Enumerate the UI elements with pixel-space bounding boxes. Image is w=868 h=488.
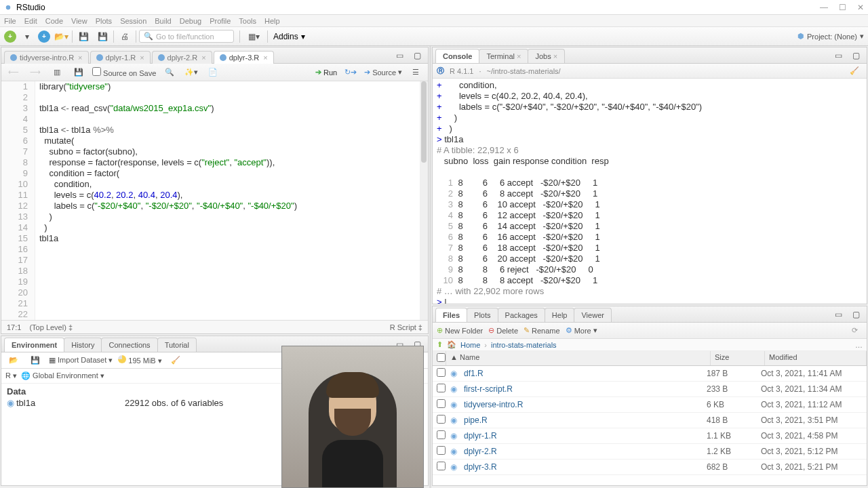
more-path-button[interactable]: … [855,341,863,349]
maximize-pane-icon[interactable]: ▢ [848,307,864,322]
menu-profile[interactable]: Profile [210,17,231,25]
goto-file-input[interactable]: 🔍 Go to file/function [139,30,234,43]
memory-usage[interactable]: 195 MiB ▾ [118,355,161,365]
new-dropdown[interactable]: ▾ [19,29,35,44]
import-dataset-button[interactable]: ▦ Import Dataset ▾ [49,356,113,365]
minimize-pane-icon[interactable]: ▭ [830,307,846,322]
print-button[interactable]: 🖨 [117,29,133,44]
files-tab-files[interactable]: Files [435,308,467,322]
file-checkbox[interactable] [437,430,446,439]
file-name[interactable]: df1.R [464,369,707,378]
source-button[interactable]: ➔Source ▾ [364,68,402,77]
open-file-button[interactable]: 📂▾ [53,29,69,44]
breadcrumb-folder[interactable]: intro-stats-materials [491,341,557,349]
console-tab-terminal[interactable]: Terminal × [479,49,528,63]
file-name[interactable]: dplyr-2.R [464,447,707,456]
menu-code[interactable]: Code [45,17,63,25]
file-row[interactable]: ◉pipe.R418 BOct 3, 2021, 3:51 PM [433,413,867,428]
menu-edit[interactable]: Edit [24,17,37,25]
expand-icon[interactable]: ◉ [7,398,16,408]
console-tab-console[interactable]: Console [435,49,479,63]
file-checkbox[interactable] [437,462,446,470]
code-editor[interactable]: 12345678910111213141516171819202122 libr… [1,81,428,320]
clear-workspace-button[interactable]: 🧹 [167,353,184,368]
files-tab-help[interactable]: Help [545,308,575,322]
rename-button[interactable]: ✎ Rename [524,326,560,335]
menu-debug[interactable]: Debug [180,17,201,25]
file-row[interactable]: ◉first-r-script.R233 BOct 3, 2021, 11:34… [433,382,867,397]
file-name[interactable]: dplyr-1.R [464,431,707,441]
select-all-checkbox[interactable] [437,353,446,362]
home-icon[interactable]: 🏠 [447,340,456,349]
delete-button[interactable]: ⊖ Delete [488,326,518,335]
menu-session[interactable]: Session [120,17,146,25]
file-checkbox[interactable] [437,446,446,455]
language-mode[interactable]: R Script ‡ [390,323,422,331]
grid-button[interactable]: ▦▾ [245,29,262,44]
editor-scrollbar[interactable] [420,81,428,320]
menu-tools[interactable]: Tools [239,17,256,25]
close-tab-icon[interactable]: × [553,52,557,60]
wand-button[interactable]: ✨▾ [183,65,199,80]
back-button[interactable]: ⟵ [5,65,22,80]
menu-view[interactable]: View [71,17,87,25]
menu-help[interactable]: Help [264,17,280,25]
scope-selector[interactable]: 🌐 Global Environment ▾ [21,371,104,380]
save-button[interactable]: 💾 [75,29,92,44]
refresh-button[interactable]: ⟳ [846,323,863,338]
close-tab-icon[interactable]: × [517,52,521,60]
close-tab-icon[interactable]: × [201,54,205,62]
close-tab-icon[interactable]: × [78,54,82,62]
file-row[interactable]: ◉dplyr-1.R1.1 KBOct 3, 2021, 4:58 PM [433,428,867,444]
scope-selector[interactable]: (Top Level) ‡ [29,323,73,331]
file-row[interactable]: ◉dplyr-2.R1.2 KBOct 3, 2021, 5:12 PM [433,444,867,460]
source-tab[interactable]: dplyr-2.R× [152,51,212,64]
file-name[interactable]: dplyr-3.R [464,462,707,472]
file-checkbox[interactable] [437,384,446,392]
new-folder-button[interactable]: ⊕ New Folder [437,326,483,335]
env-tab-connections[interactable]: Connections [101,338,157,352]
more-button[interactable]: ⚙ More ▾ [566,326,597,335]
up-button[interactable]: ⬆ [437,340,443,349]
menu-build[interactable]: Build [155,17,171,25]
addins-menu[interactable]: Addins [273,32,298,41]
save-button[interactable]: 💾 [71,65,87,80]
run-button[interactable]: ➔Run [315,68,337,77]
files-tab-viewer[interactable]: Viewer [574,308,611,322]
forward-button[interactable]: ⟶ [27,65,43,80]
compile-report-button[interactable]: 📄 [205,65,221,80]
maximize-icon[interactable]: ☐ [839,3,846,12]
console-output[interactable]: + condition,+ levels = c(40.2, 20.2, 40.… [433,79,867,304]
new-file-button[interactable]: + [4,30,16,43]
minimize-icon[interactable]: — [820,3,828,12]
menu-plots[interactable]: Plots [96,17,112,25]
close-tab-icon[interactable]: × [263,54,267,62]
file-checkbox[interactable] [437,399,446,408]
project-menu[interactable]: ⬢ Project: (None) ▾ [797,32,864,41]
maximize-pane-icon[interactable]: ▢ [848,48,864,63]
save-all-button[interactable]: 💾 [94,29,111,44]
source-tab[interactable]: dplyr-3.R× [214,51,274,64]
new-project-button[interactable]: + [38,30,50,43]
save-workspace-button[interactable]: 💾 [27,353,43,368]
minimize-pane-icon[interactable]: ▭ [391,48,408,63]
close-icon[interactable]: ✕ [857,3,864,12]
menu-file[interactable]: File [4,17,16,25]
maximize-pane-icon[interactable]: ▢ [409,48,425,63]
file-name[interactable]: tidyverse-intro.R [464,400,707,409]
env-tab-history[interactable]: History [64,338,102,352]
files-tab-plots[interactable]: Plots [467,308,498,322]
rerun-button[interactable]: ↻➔ [342,65,359,80]
show-in-new-window-icon[interactable]: ▥ [49,65,65,80]
clear-console-button[interactable]: 🧹 [846,64,863,79]
find-button[interactable]: 🔍 [161,65,178,80]
load-workspace-button[interactable]: 📂 [5,353,22,368]
file-checkbox[interactable] [437,368,446,377]
source-tab[interactable]: dplyr-1.R× [90,51,151,64]
env-tab-tutorial[interactable]: Tutorial [157,338,197,352]
file-name[interactable]: first-r-script.R [464,384,707,394]
env-tab-environment[interactable]: Environment [4,338,64,352]
file-row[interactable]: ◉df1.R187 BOct 3, 2021, 11:41 AM [433,366,867,382]
file-name[interactable]: pipe.R [464,415,707,425]
language-selector[interactable]: R ▾ [5,371,17,380]
